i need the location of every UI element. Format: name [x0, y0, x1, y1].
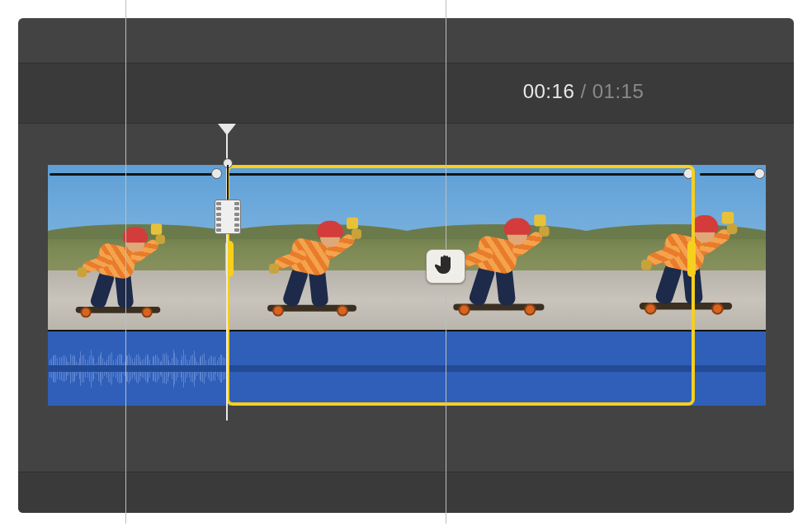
- time-separator: /: [574, 80, 592, 102]
- callout-line: [125, 0, 126, 524]
- timeline-header: 00:16 / 01:15: [18, 63, 794, 124]
- current-time: 00:16: [523, 80, 575, 102]
- clip-track[interactable]: [48, 165, 766, 406]
- speed-segment: [700, 173, 762, 176]
- clip-thumbnail: [228, 165, 408, 330]
- time-display: 00:16 / 01:15: [18, 80, 761, 103]
- clip-thumbnails: [48, 165, 766, 330]
- hand-stop-icon: [435, 253, 456, 280]
- video-clip[interactable]: [48, 165, 766, 406]
- clip-thumbnail: [48, 165, 228, 330]
- clip-thumbnail: [407, 165, 587, 330]
- speed-handle[interactable]: [211, 168, 222, 179]
- speed-handle[interactable]: [683, 168, 694, 179]
- speed-handle[interactable]: [754, 168, 765, 179]
- timeline-panel: 00:16 / 01:15: [18, 18, 794, 513]
- speed-segment: [226, 173, 688, 176]
- freeze-frame-icon[interactable]: [215, 200, 241, 234]
- hold-frame-badge[interactable]: [426, 249, 465, 284]
- timeline-footer: [18, 472, 794, 513]
- speed-bar[interactable]: [48, 170, 766, 178]
- audio-waveform: [48, 330, 226, 406]
- speed-segment: [50, 173, 215, 176]
- total-duration: 01:15: [592, 80, 644, 102]
- audio-divider: [48, 330, 766, 331]
- clip-thumbnail: [587, 165, 767, 330]
